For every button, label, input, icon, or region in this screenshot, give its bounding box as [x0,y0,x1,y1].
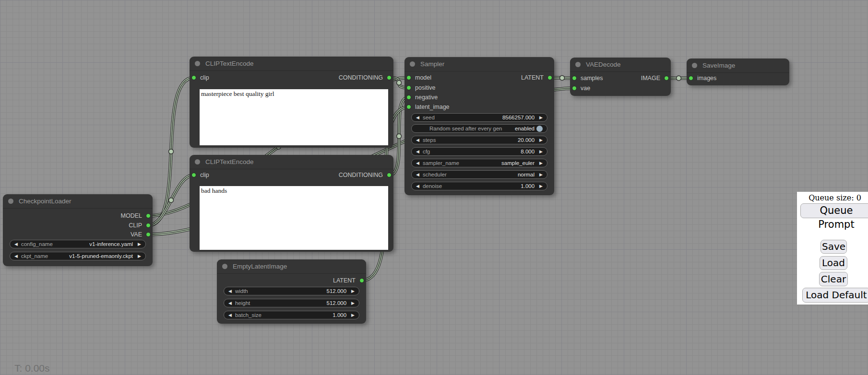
widget-sampler-name[interactable]: ◀sampler_namesample_euler▶ [411,159,547,167]
widget-label: seed [423,115,502,120]
increment-arrow-icon[interactable]: ▶ [351,299,355,307]
output-port-latent-icon[interactable] [547,75,552,80]
widget-value: sample_euler [501,160,535,166]
collapse-dot-icon[interactable] [410,61,415,67]
decrement-arrow-icon[interactable]: ◀ [228,287,232,295]
prompt-textarea[interactable]: masterpiece best quality girl [200,89,388,145]
queue-prompt-button[interactable]: Queue Prompt [800,203,868,218]
clear-button[interactable]: Clear [819,272,848,286]
widget-label: ckpt_name [21,253,69,259]
increment-arrow-icon[interactable]: ▶ [351,311,355,319]
input-port-negative-icon[interactable] [406,95,411,100]
wire-midpoint-dot [397,81,402,85]
toggle-knob-icon[interactable] [536,126,543,132]
widget-config-name[interactable]: ◀config_namev1-inference.yaml▶ [10,240,146,248]
node-clip-text-encode-negative[interactable]: CLIPTextEncodeclipCONDITIONINGbad hands [190,155,393,252]
queue-size-label: Queue size: 0 [797,193,868,202]
node-sampler[interactable]: Samplermodelpositivenegativelatent_image… [404,57,554,195]
widget-height[interactable]: ◀height512.000▶ [224,299,359,307]
input-port-clip-icon[interactable] [191,75,196,80]
collapse-dot-icon[interactable] [195,159,200,164]
load-default-button[interactable]: Load Default [802,288,868,303]
widget-batch-size[interactable]: ◀batch_size1.000▶ [224,311,359,319]
increment-arrow-icon[interactable]: ▶ [138,252,141,260]
node-title-bar[interactable]: CLIPTextEncode [190,57,393,71]
decrement-arrow-icon[interactable]: ◀ [14,252,18,260]
collapse-dot-icon[interactable] [575,62,581,67]
save-button[interactable]: Save [820,240,847,254]
widget-width[interactable]: ◀width512.000▶ [224,287,359,295]
node-title-bar[interactable]: VAEDecode [570,58,671,72]
output-port-conditioning-icon[interactable] [387,75,392,80]
prompt-textarea[interactable]: bad hands [200,186,388,250]
output-port-model-icon[interactable] [146,213,151,218]
input-port-model-icon[interactable] [406,75,411,80]
node-checkpoint-loader[interactable]: CheckpointLoaderMODELCLIPVAE◀config_name… [3,194,153,266]
widget-label: steps [423,137,518,143]
increment-arrow-icon[interactable]: ▶ [539,182,543,190]
widget-label: batch_size [235,312,333,318]
widget-cfg[interactable]: ◀cfg8.000▶ [411,147,547,156]
collapse-dot-icon[interactable] [222,264,227,269]
decrement-arrow-icon[interactable]: ◀ [416,113,419,122]
port-label: images [697,75,716,82]
widget-random-seed-after-every-gen[interactable]: Random seed after every genenabled [411,124,547,133]
node-empty-latent-image[interactable]: EmptyLatentImageLATENT◀width512.000▶◀hei… [217,259,366,324]
node-clip-text-encode-positive[interactable]: CLIPTextEncodeclipCONDITIONINGmasterpiec… [190,57,393,148]
increment-arrow-icon[interactable]: ▶ [539,147,543,156]
decrement-arrow-icon[interactable]: ◀ [228,311,232,319]
decrement-arrow-icon[interactable]: ◀ [416,170,419,179]
decrement-arrow-icon[interactable]: ◀ [228,299,232,307]
widget-ckpt-name[interactable]: ◀ckpt_namev1-5-pruned-emaonly.ckpt▶ [10,252,146,260]
increment-arrow-icon[interactable]: ▶ [539,136,543,144]
node-save-image[interactable]: SaveImageimages [687,59,789,85]
output-port-image-icon[interactable] [664,76,669,81]
widget-scheduler[interactable]: ◀schedulernormal▶ [411,170,547,179]
decrement-arrow-icon[interactable]: ◀ [416,147,419,156]
input-port-clip-icon[interactable] [191,173,196,177]
output-port-conditioning-icon[interactable] [387,173,392,177]
increment-arrow-icon[interactable]: ▶ [539,170,543,179]
node-title-bar[interactable]: CheckpointLoader [3,194,153,209]
widget-value: enabled [515,126,535,131]
input-port-positive-icon[interactable] [406,85,411,90]
decrement-arrow-icon[interactable]: ◀ [416,159,419,167]
widget-label: denoise [423,183,521,189]
port-label: CONDITIONING [339,172,383,178]
widget-steps[interactable]: ◀steps20.000▶ [411,136,547,144]
wire-midpoint-dot [560,76,565,81]
increment-arrow-icon[interactable]: ▶ [351,287,355,295]
widget-value: 8.000 [521,149,535,154]
increment-arrow-icon[interactable]: ▶ [539,159,543,167]
widget-value: 1.000 [521,183,535,189]
graph-canvas[interactable]: { "canvas": { "status_text": "T: 0.00s" … [0,0,868,375]
output-port-clip-icon[interactable] [146,223,151,228]
node-title-bar[interactable]: SaveImage [687,59,789,73]
widget-denoise[interactable]: ◀denoise1.000▶ [411,182,547,190]
node-title-bar[interactable]: CLIPTextEncode [190,155,393,169]
output-port-vae-icon[interactable] [146,232,151,237]
input-port-vae-icon[interactable] [572,86,577,91]
node-title-bar[interactable]: Sampler [404,57,554,71]
node-vae-decode[interactable]: VAEDecodesamplesvaeIMAGE [570,58,671,96]
collapse-dot-icon[interactable] [692,63,697,68]
input-port-samples-icon[interactable] [572,76,577,81]
decrement-arrow-icon[interactable]: ◀ [416,136,419,144]
increment-arrow-icon[interactable]: ▶ [138,240,141,248]
widget-value: v1-5-pruned-emaonly.ckpt [69,253,133,259]
node-title: Sampler [420,60,444,68]
collapse-dot-icon[interactable] [8,199,13,204]
widget-seed[interactable]: ◀seed8566257.000▶ [411,113,547,122]
input-port-images-icon[interactable] [689,76,693,81]
collapse-dot-icon[interactable] [195,61,200,66]
decrement-arrow-icon[interactable]: ◀ [416,182,419,190]
increment-arrow-icon[interactable]: ▶ [539,113,543,122]
widget-value: 1.000 [333,312,346,318]
port-label: negative [415,94,438,101]
decrement-arrow-icon[interactable]: ◀ [14,240,18,248]
load-button[interactable]: Load [820,256,847,270]
output-port-latent-icon[interactable] [359,278,364,283]
node-title-bar[interactable]: EmptyLatentImage [217,259,366,274]
input-port-latent_image-icon[interactable] [406,105,411,109]
widget-value: 512.000 [327,288,347,294]
